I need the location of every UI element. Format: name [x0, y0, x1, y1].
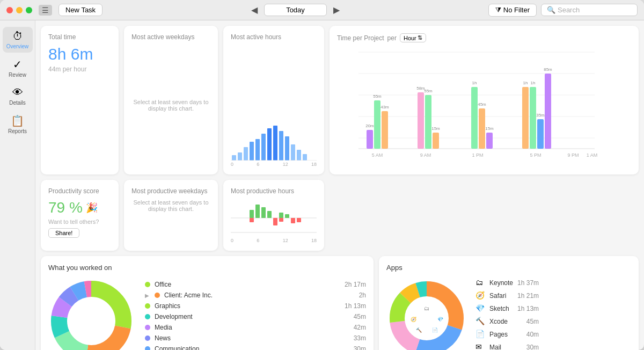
- list-item: 🧭 Safari 1h 21m: [475, 291, 539, 301]
- svg-rect-58: [285, 214, 289, 218]
- maximize-button[interactable]: [26, 7, 32, 13]
- legend-dot-media: [145, 325, 150, 330]
- svg-rect-57: [279, 213, 283, 218]
- apps-content: 🗂 🧭 💎 🔨 📄 🗂 Keynote: [386, 278, 631, 350]
- svg-rect-28: [425, 95, 431, 149]
- search-placeholder: Search: [558, 6, 580, 14]
- most-productive-hours-title: Most productive hours: [231, 187, 317, 195]
- hour-select[interactable]: Hour ⇅: [400, 33, 426, 42]
- most-productive-weekdays-message: Select at least seven days to display th…: [131, 199, 210, 212]
- per-label: per: [387, 34, 397, 42]
- expand-icon-client[interactable]: ▶: [145, 293, 149, 298]
- legend-dot-dev: [145, 314, 150, 319]
- pages-icon: 📄: [475, 330, 485, 339]
- list-item: ✉ Mail 30m: [475, 342, 539, 350]
- total-time-title: Total time: [48, 33, 111, 41]
- total-time-sub: 44m per hour: [48, 65, 111, 73]
- svg-rect-11: [297, 150, 301, 161]
- list-item: 💎 Sketch 1h 13m: [475, 304, 539, 313]
- productivity-title: Productivity score: [48, 187, 111, 195]
- apps-card: Apps: [379, 256, 639, 350]
- reports-icon: 📋: [11, 114, 24, 127]
- legend-name-media: Media: [155, 324, 349, 331]
- close-button[interactable]: [6, 7, 13, 13]
- sidebar-item-details[interactable]: 👁 Details: [3, 83, 33, 109]
- sidebar-item-overview[interactable]: ⏱ Overview: [3, 27, 33, 53]
- svg-text:20m: 20m: [365, 123, 374, 128]
- svg-rect-44: [545, 74, 551, 149]
- main-window: ☰ New Task ◀ Today ▶ ⧩ No Filter 🔍 Searc…: [0, 0, 644, 350]
- list-item: Communication 30m: [145, 344, 366, 350]
- list-item: 🔨 Xcode 45m: [475, 317, 539, 326]
- apps-list: 🗂 Keynote 1h 37m 🧭 Safari 1h 21m 💎: [475, 278, 539, 350]
- project-chart-container: 20m 55m 43m 58m 55m 15m: [337, 47, 631, 167]
- worked-on-card: What you worked on: [41, 256, 374, 350]
- list-item: Media 42m: [145, 322, 366, 333]
- most-active-weekdays-card: Most active weekdays Select at least sev…: [124, 26, 218, 174]
- minimize-button[interactable]: [16, 7, 23, 13]
- svg-rect-8: [279, 131, 283, 161]
- svg-rect-6: [267, 128, 272, 161]
- main-content: Total time 8h 6m 44m per hour Most activ…: [35, 20, 644, 350]
- svg-text:45m: 45m: [478, 102, 486, 107]
- nav-next-button[interactable]: ▶: [330, 4, 343, 16]
- sidebar-item-review[interactable]: ✓ Review: [3, 55, 33, 81]
- total-time-card: Total time 8h 6m 44m per hour: [41, 26, 119, 174]
- svg-text:🗂: 🗂: [424, 305, 429, 311]
- axis-label-0: 0: [231, 162, 233, 167]
- most-active-weekdays-message: Select at least seven days to display th…: [131, 43, 210, 167]
- list-item: ▶ Client: Acme Inc. 2h: [145, 290, 366, 301]
- svg-rect-56: [267, 211, 272, 218]
- svg-text:15m: 15m: [485, 126, 494, 131]
- app-time-pages: 40m: [526, 331, 539, 338]
- most-productive-hours-chart: 0 6 12 18: [231, 199, 317, 243]
- hour-label: Hour: [404, 35, 416, 41]
- filter-button[interactable]: ⧩ No Filter: [488, 4, 537, 17]
- svg-text:🔨: 🔨: [416, 327, 422, 333]
- sidebar: ⏱ Overview ✓ Review 👁 Details 📋 Reports: [0, 20, 35, 350]
- mail-icon: ✉: [475, 342, 485, 350]
- sidebar-item-reports[interactable]: 📋 Reports: [3, 111, 33, 137]
- svg-rect-5: [261, 134, 266, 161]
- svg-rect-61: [279, 218, 283, 222]
- productivity-value: 79 %: [48, 199, 83, 216]
- apps-donut-wrap: 🗂 🧭 💎 🔨 📄: [386, 278, 467, 350]
- xcode-icon: 🔨: [475, 317, 485, 326]
- svg-text:15m: 15m: [431, 126, 440, 131]
- legend-name-office: Office: [155, 281, 340, 288]
- project-chart-svg: 20m 55m 43m 58m 55m 15m: [337, 47, 600, 165]
- sidebar-toggle-button[interactable]: ☰: [39, 5, 52, 16]
- svg-rect-36: [486, 133, 493, 149]
- list-item: Office 2h 17m: [145, 279, 366, 290]
- nav-today-label: Today: [264, 4, 327, 16]
- legend-name-comm: Communication: [155, 345, 349, 350]
- most-active-hours-card: Most active hours: [223, 26, 324, 174]
- legend-time-dev: 45m: [354, 313, 366, 320]
- svg-text:1 PM: 1 PM: [472, 152, 483, 158]
- nav-prev-button[interactable]: ◀: [248, 4, 261, 16]
- share-button[interactable]: Share!: [48, 228, 79, 238]
- svg-rect-7: [273, 126, 277, 161]
- new-task-button[interactable]: New Task: [58, 4, 103, 16]
- svg-rect-26: [418, 92, 424, 149]
- traffic-lights: [6, 7, 32, 13]
- second-row: Productivity score 79 % 🎉 Want to tell o…: [41, 180, 639, 251]
- search-box[interactable]: 🔍 Search: [541, 4, 638, 16]
- legend-dot-graphics: [145, 303, 150, 309]
- worked-on-donut: [48, 278, 134, 350]
- svg-rect-54: [255, 205, 260, 218]
- productivity-score-card: Productivity score 79 % 🎉 Want to tell o…: [41, 180, 119, 251]
- svg-text:9 AM: 9 AM: [420, 152, 431, 158]
- svg-rect-12: [303, 154, 307, 161]
- svg-text:9 PM: 9 PM: [567, 152, 579, 158]
- app-name-mail: Mail: [489, 344, 522, 350]
- time-per-project-title: Time per Project: [337, 34, 384, 42]
- app-time-safari: 1h 21m: [517, 292, 539, 300]
- svg-text:43m: 43m: [380, 105, 389, 110]
- productivity-question: Want to tell others?: [48, 218, 111, 225]
- keynote-icon: 🗂: [475, 278, 485, 288]
- app-time-xcode: 45m: [526, 318, 539, 325]
- axis-label-6: 6: [257, 162, 259, 167]
- legend-dot-news: [145, 336, 150, 341]
- svg-rect-30: [433, 133, 439, 149]
